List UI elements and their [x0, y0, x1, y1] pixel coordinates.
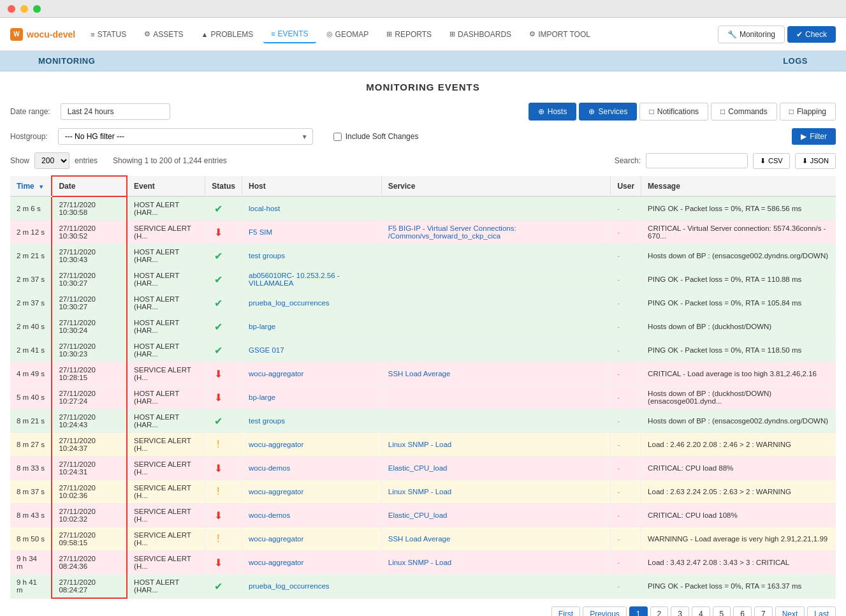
table-row: 2 m 37 s 27/11/2020 10:30:27 HOST ALERT …: [10, 268, 836, 291]
host-link[interactable]: test groups: [249, 252, 285, 260]
tab-notifications[interactable]: □ Notifications: [639, 103, 708, 121]
col-time-label: Time: [17, 182, 34, 191]
cell-event: HOST ALERT (HAR...: [127, 315, 205, 339]
pagination-page-5[interactable]: 5: [713, 606, 731, 616]
table-row: 2 m 40 s 27/11/2020 10:30:24 HOST ALERT …: [10, 315, 836, 339]
service-link[interactable]: Linux SNMP - Load: [388, 559, 452, 566]
pagination-last[interactable]: Last: [807, 606, 836, 616]
pagination-page-4[interactable]: 4: [692, 606, 710, 616]
next-label: Next: [782, 610, 798, 616]
minimize-button[interactable]: [20, 5, 28, 13]
host-link[interactable]: test groups: [249, 417, 285, 425]
host-link[interactable]: wocu-aggregator: [249, 488, 303, 495]
tab-hosts[interactable]: ⊕ Hosts: [529, 103, 577, 121]
cell-status: !: [205, 527, 242, 551]
nav-geomap[interactable]: ◎ GEOMAP: [319, 26, 377, 43]
sec-nav-monitoring[interactable]: MONITORING: [0, 51, 133, 71]
pagination-previous[interactable]: Previous: [583, 606, 627, 616]
filter-button[interactable]: ▶ Filter: [792, 128, 836, 145]
entries-label: entries: [75, 156, 98, 165]
play-icon: ▶: [801, 132, 806, 141]
pagination-page-7[interactable]: 7: [754, 606, 773, 616]
cell-message: Hosts down of BP : (ensacosge002.dyndns.…: [641, 409, 836, 433]
soft-changes-label[interactable]: Include Soft Changes: [333, 132, 419, 141]
brand[interactable]: W wocu-devel: [10, 28, 75, 41]
host-link[interactable]: wocu-aggregator: [249, 535, 303, 543]
cell-host: ab056010RC- 10.253.2.56 - VILLAMALEA: [242, 268, 382, 291]
host-link[interactable]: wocu-aggregator: [249, 559, 303, 566]
nav-dashboards[interactable]: ⊞ DASHBOARDS: [442, 26, 519, 43]
host-link[interactable]: wocu-demos: [249, 464, 290, 472]
service-link[interactable]: Linux SNMP - Load: [388, 488, 452, 495]
cell-service: [381, 268, 611, 291]
cell-user: -: [611, 480, 641, 504]
date-range-input[interactable]: [61, 103, 170, 120]
csv-export-button[interactable]: ⬇ CSV: [753, 153, 790, 169]
nav-reports[interactable]: ⊞ REPORTS: [379, 26, 439, 43]
close-button[interactable]: [8, 5, 15, 13]
sec-nav-logs[interactable]: LOGS: [745, 51, 846, 71]
host-link[interactable]: local-host: [249, 205, 280, 212]
cell-host: wocu-demos: [242, 457, 382, 480]
host-link[interactable]: wocu-demos: [249, 511, 290, 519]
pagination-next[interactable]: Next: [775, 606, 805, 616]
service-link[interactable]: Linux SNMP - Load: [388, 441, 452, 448]
status-icon: ≡: [91, 31, 94, 38]
cell-date: 27/11/2020 10:27:24: [52, 386, 127, 409]
host-link[interactable]: prueba_log_occurrences: [249, 299, 330, 307]
show-select[interactable]: 200: [34, 152, 69, 169]
tab-services[interactable]: ⊕ Services: [579, 103, 637, 121]
pagination-page-2[interactable]: 2: [650, 606, 669, 616]
cell-event: SERVICE ALERT (H...: [127, 480, 205, 504]
monitoring-button[interactable]: 🔧 Monitoring: [718, 26, 785, 43]
pagination-page-1[interactable]: 1: [629, 606, 648, 616]
host-link[interactable]: prueba_log_occurrences: [249, 582, 330, 590]
cell-service: [381, 386, 611, 409]
cell-message: PING OK - Packet loss = 0%, RTA = 118.50…: [641, 339, 836, 362]
pagination-first[interactable]: First: [551, 606, 580, 616]
tab-commands[interactable]: □ Commands: [711, 103, 777, 121]
json-export-button[interactable]: ⬇ JSON: [795, 153, 836, 169]
host-link[interactable]: F5 SIM: [249, 228, 272, 236]
host-link[interactable]: bp-large: [249, 393, 275, 401]
cell-event: HOST ALERT (HAR...: [127, 268, 205, 291]
soft-changes-checkbox[interactable]: [333, 133, 342, 141]
tab-flapping[interactable]: □ Flapping: [780, 103, 836, 121]
nav-events[interactable]: ≡ EVENTS: [263, 26, 316, 43]
cell-time: 2 m 40 s: [10, 315, 52, 339]
maximize-button[interactable]: [33, 5, 41, 13]
service-link[interactable]: SSH Load Average: [388, 370, 451, 378]
cell-event: SERVICE ALERT (H...: [127, 551, 205, 575]
host-link[interactable]: wocu-aggregator: [249, 441, 303, 448]
nav-problems[interactable]: ▲ PROBLEMS: [194, 26, 261, 43]
host-link[interactable]: bp-large: [249, 323, 275, 330]
host-link[interactable]: GSGE 017: [249, 346, 284, 354]
cell-host: prueba_log_occurrences: [242, 575, 382, 599]
problems-icon: ▲: [201, 31, 208, 38]
search-input[interactable]: [646, 153, 748, 168]
table-row: 8 m 27 s 27/11/2020 10:24:37 SERVICE ALE…: [10, 433, 836, 457]
host-link[interactable]: ab056010RC- 10.253.2.56 - VILLAMALEA: [249, 272, 340, 287]
service-link[interactable]: F5 BIG-IP - Virtual Server Connections: …: [388, 224, 516, 240]
col-event: Event: [127, 176, 205, 196]
cell-event: HOST ALERT (HAR...: [127, 386, 205, 409]
nav-status[interactable]: ≡ STATUS: [83, 26, 134, 43]
nav-assets[interactable]: ⚙ ASSETS: [136, 26, 191, 43]
cell-user: -: [611, 409, 641, 433]
cell-service: [381, 196, 611, 221]
cell-time: 9 h 34 m: [10, 551, 52, 575]
col-date: Date: [52, 176, 127, 196]
cell-date: 27/11/2020 10:02:36: [52, 480, 127, 504]
service-link[interactable]: Elastic_CPU_load: [388, 464, 448, 472]
hostgroup-select[interactable]: --- No HG filter ---: [58, 128, 313, 145]
check-button[interactable]: ✔ Check: [787, 26, 836, 43]
cell-user: -: [611, 504, 641, 527]
pagination-page-6[interactable]: 6: [733, 606, 752, 616]
col-time[interactable]: Time ▼: [10, 176, 52, 196]
service-link[interactable]: SSH Load Average: [388, 535, 451, 543]
service-link[interactable]: Elastic_CPU_load: [388, 511, 448, 519]
pagination-page-3[interactable]: 3: [671, 606, 689, 616]
cell-service: Linux SNMP - Load: [381, 480, 611, 504]
nav-import[interactable]: ⚙ IMPORT TOOL: [521, 26, 598, 43]
host-link[interactable]: wocu-aggregator: [249, 370, 303, 378]
